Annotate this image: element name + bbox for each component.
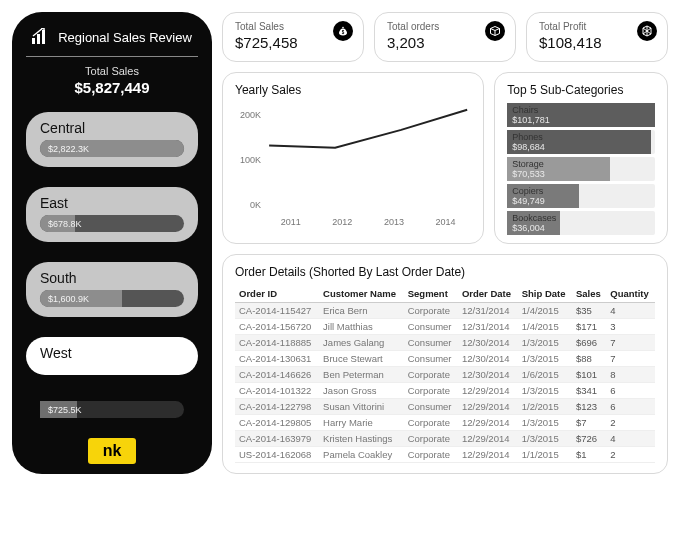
y-tick: 200K: [240, 110, 261, 120]
topcat-name: Phones: [512, 132, 543, 142]
table-cell: $726: [572, 431, 606, 447]
table-cell: CA-2014-130631: [235, 351, 319, 367]
x-tick: 2013: [368, 217, 420, 233]
table-cell: CA-2014-115427: [235, 303, 319, 319]
region-name: East: [40, 195, 184, 211]
table-cell: Erica Bern: [319, 303, 404, 319]
topcat-bar: Phones$98,684: [507, 130, 655, 154]
table-cell: 3: [606, 319, 655, 335]
table-row[interactable]: US-2014-162068Pamela CoakleyCorporate12/…: [235, 447, 655, 463]
top-subcategories-card: Top 5 Sub-Categories Chairs$101,781Phone…: [494, 72, 668, 244]
table-cell: $101: [572, 367, 606, 383]
topcat-name: Chairs: [512, 105, 538, 115]
table-cell: Kristen Hastings: [319, 431, 404, 447]
table-cell: 12/30/2014: [458, 351, 518, 367]
table-cell: $35: [572, 303, 606, 319]
table-row[interactable]: CA-2014-101322Jason GrossCorporate12/29/…: [235, 383, 655, 399]
topcat-bar: Bookcases$36,004: [507, 211, 655, 235]
table-cell: Corporate: [404, 303, 458, 319]
region-item-west[interactable]: West: [26, 337, 198, 375]
table-cell: Consumer: [404, 319, 458, 335]
table-cell: Consumer: [404, 399, 458, 415]
table-cell: 4: [606, 431, 655, 447]
table-cell: 6: [606, 399, 655, 415]
table-cell: 12/29/2014: [458, 431, 518, 447]
table-cell: 1/3/2015: [518, 415, 572, 431]
table-row[interactable]: CA-2014-146626Ben PetermanCorporate12/30…: [235, 367, 655, 383]
table-header: Order ID: [235, 285, 319, 303]
table-cell: Consumer: [404, 335, 458, 351]
region-item-central[interactable]: Central$2,822.3K: [26, 112, 198, 167]
kpi-value: 3,203: [387, 34, 503, 51]
svg-rect-1: [37, 34, 40, 44]
divider: [26, 56, 198, 57]
y-tick: 100K: [240, 155, 261, 165]
table-header: Sales: [572, 285, 606, 303]
kpi-row: Total Sales$725,458$Total orders3,203Tot…: [222, 12, 668, 62]
kpi-value: $725,458: [235, 34, 351, 51]
topcat-value: $49,749: [512, 196, 545, 206]
table-header: Customer Name: [319, 285, 404, 303]
table-cell: Corporate: [404, 383, 458, 399]
table-row[interactable]: CA-2014-122798Susan VittoriniConsumer12/…: [235, 399, 655, 415]
money-bag-icon: $: [333, 21, 353, 41]
table-row[interactable]: CA-2014-156720Jill MatthiasConsumer12/31…: [235, 319, 655, 335]
topcat-name: Storage: [512, 159, 544, 169]
region-name: South: [40, 270, 184, 286]
topcat-value: $36,004: [512, 223, 545, 233]
region-item-south[interactable]: South$1,600.9K: [26, 262, 198, 317]
table-row[interactable]: CA-2014-118885James GalangConsumer12/30/…: [235, 335, 655, 351]
table-cell: 1/3/2015: [518, 383, 572, 399]
box-icon: [485, 21, 505, 41]
order-details-title: Order Details (Shorted By Last Order Dat…: [235, 265, 655, 279]
table-cell: CA-2014-129805: [235, 415, 319, 431]
order-details-table: Order IDCustomer NameSegmentOrder DateSh…: [235, 285, 655, 463]
table-cell: $341: [572, 383, 606, 399]
order-details-card: Order Details (Shorted By Last Order Dat…: [222, 254, 668, 474]
table-cell: Harry Marie: [319, 415, 404, 431]
table-cell: Corporate: [404, 367, 458, 383]
table-cell: 2: [606, 415, 655, 431]
table-row[interactable]: CA-2014-130631Bruce StewartConsumer12/30…: [235, 351, 655, 367]
table-cell: Corporate: [404, 447, 458, 463]
y-tick: 0K: [250, 200, 261, 210]
region-item-east[interactable]: East$678.8K: [26, 187, 198, 242]
table-header: Quantity: [606, 285, 655, 303]
topcat-bar: Storage$70,533: [507, 157, 655, 181]
chart-bar-icon: [32, 28, 50, 46]
table-row[interactable]: CA-2014-115427Erica BernCorporate12/31/2…: [235, 303, 655, 319]
region-bar: $725.5K: [40, 401, 184, 418]
table-cell: Jason Gross: [319, 383, 404, 399]
topcat-bar: Copiers$49,749: [507, 184, 655, 208]
yearly-sales-card: Yearly Sales 0K100K200K 2011201220132014: [222, 72, 484, 244]
table-cell: CA-2014-101322: [235, 383, 319, 399]
table-cell: CA-2014-156720: [235, 319, 319, 335]
topcat-value: $101,781: [512, 115, 550, 125]
table-cell: 7: [606, 335, 655, 351]
sidebar: Regional Sales Review Total Sales $5,827…: [12, 12, 212, 474]
cube-icon: [637, 21, 657, 41]
table-cell: 12/29/2014: [458, 399, 518, 415]
table-header: Order Date: [458, 285, 518, 303]
topcat-bar: Chairs$101,781: [507, 103, 655, 127]
kpi-card: Total Profit$108,418: [526, 12, 668, 62]
table-cell: $696: [572, 335, 606, 351]
table-cell: Pamela Coakley: [319, 447, 404, 463]
table-cell: 1/4/2015: [518, 303, 572, 319]
table-cell: 1/3/2015: [518, 335, 572, 351]
table-cell: 12/30/2014: [458, 335, 518, 351]
table-cell: $7: [572, 415, 606, 431]
table-row[interactable]: CA-2014-163979Kristen HastingsCorporate1…: [235, 431, 655, 447]
table-cell: Consumer: [404, 351, 458, 367]
table-cell: Jill Matthias: [319, 319, 404, 335]
topcat-name: Bookcases: [512, 213, 556, 223]
region-value: $1,600.9K: [40, 294, 89, 304]
table-cell: 7: [606, 351, 655, 367]
table-row[interactable]: CA-2014-129805Harry MarieCorporate12/29/…: [235, 415, 655, 431]
topcat-value: $70,533: [512, 169, 545, 179]
top-subcategories-title: Top 5 Sub-Categories: [507, 83, 655, 97]
region-list: Central$2,822.3KEast$678.8KSouth$1,600.9…: [26, 112, 198, 430]
sidebar-sub-label: Total Sales: [26, 65, 198, 77]
table-cell: 12/29/2014: [458, 383, 518, 399]
table-cell: $88: [572, 351, 606, 367]
